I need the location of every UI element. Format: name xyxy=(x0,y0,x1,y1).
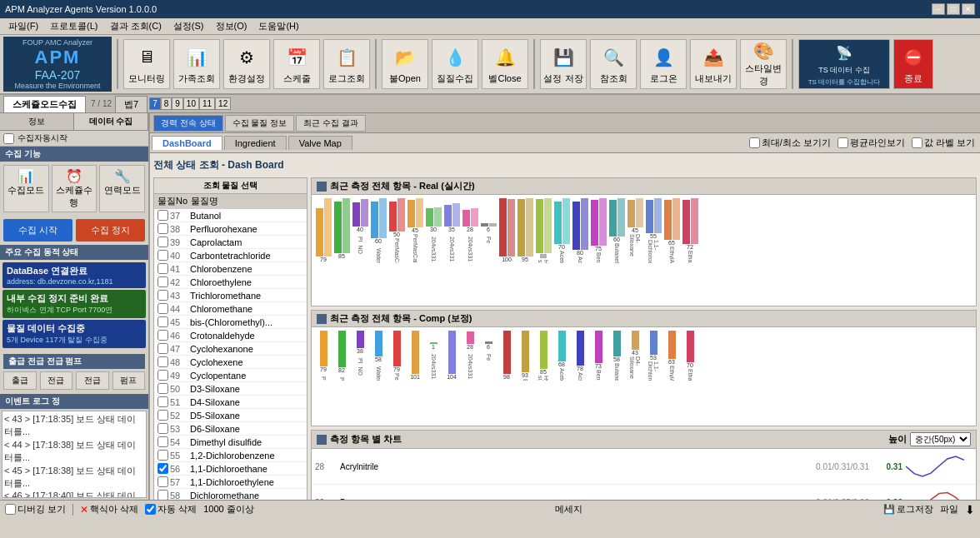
pump-btn-3[interactable]: 전급 xyxy=(76,371,109,390)
substance-checkbox-16[interactable] xyxy=(158,423,168,434)
toolbar-btn-open[interactable]: 📂 불Open xyxy=(382,39,428,89)
tab-num-11[interactable]: 11 xyxy=(199,97,215,110)
toolbar-btn-close[interactable]: 🔔 벨Close xyxy=(482,39,528,89)
bar-group-15: 75Benzene xyxy=(590,198,607,263)
minimize-btn[interactable]: ─ xyxy=(932,3,945,15)
toolbar-btn-family[interactable]: 📊 가족조회 xyxy=(173,39,220,89)
pump-btn-4[interactable]: 펌프 xyxy=(112,371,146,390)
bar-fill-10 xyxy=(499,198,507,257)
title-text: APM Analyzer Agents Version 1.0.0.0 xyxy=(5,4,157,14)
tab-num-7[interactable]: 7 xyxy=(149,97,161,110)
left-tab-collect[interactable]: 데이터 수집 xyxy=(74,113,148,130)
substance-checkbox-18[interactable] xyxy=(158,450,168,461)
toolbar-btn-end[interactable]: ⛔ 종료 xyxy=(893,39,933,89)
substance-checkbox-14[interactable] xyxy=(158,396,168,407)
toolbar-btn-logview[interactable]: 📋 로그조회 xyxy=(323,39,370,89)
stop-btn[interactable]: 수집 정지 xyxy=(76,219,145,242)
bar-group-13: 68Acetone xyxy=(553,331,570,381)
substance-checkbox-9[interactable] xyxy=(158,330,168,341)
opt-avgline[interactable]: 평균라인보기 xyxy=(838,137,905,149)
dash-tab-ingredient[interactable]: Ingredient xyxy=(224,136,287,150)
substance-checkbox-15[interactable] xyxy=(158,410,168,421)
dash-tab-valvemap[interactable]: Valve Map xyxy=(288,136,352,150)
menu-info[interactable]: 정보(O) xyxy=(211,18,252,34)
dash-tab-dashboard[interactable]: DashBoard xyxy=(152,136,222,150)
substance-row-5: 42Chloroethylene xyxy=(154,276,307,289)
close-btn[interactable]: ✕ xyxy=(962,3,975,15)
bar-fill-13 xyxy=(558,331,566,361)
log-save-btn[interactable]: 💾 로그저장 xyxy=(883,503,933,516)
substance-list[interactable]: 37Butanol38Perfluorohexane39Caprolactam4… xyxy=(154,209,307,500)
func-btn-schedule-run[interactable]: ⏰ 스케쥴수행 xyxy=(52,165,98,212)
toolbar-btn-logon[interactable]: 👤 로그온 xyxy=(640,39,687,89)
toolbar-btn-collect[interactable]: 💧 질질수집 xyxy=(432,39,478,89)
debug-check[interactable]: 디버깅 보기 xyxy=(5,503,66,516)
toolbar-btn-style[interactable]: 🎨 스타일변경 xyxy=(740,39,787,89)
substance-checkbox-21[interactable] xyxy=(158,490,168,500)
menu-help[interactable]: 도움말(H) xyxy=(253,18,303,34)
pump-btn-2[interactable]: 전급 xyxy=(40,371,73,390)
log-content[interactable]: < 43 > [17:18:35] 보드 상태 데이터를... < 44 > [… xyxy=(2,411,147,498)
toolbar-btn-export[interactable]: 📤 내보내기 xyxy=(690,39,737,89)
meas-content: 28Acrylnitrile0.01/0.31/0.310.31 32Benze… xyxy=(312,449,976,500)
menu-protocol[interactable]: 프로토콜(L) xyxy=(45,18,102,34)
menu-file[interactable]: 파일(F) xyxy=(3,18,43,34)
sub-btn-recent[interactable]: 최근 수집 결과 xyxy=(296,115,366,132)
substance-checkbox-8[interactable] xyxy=(158,316,168,327)
toolbar-btn-schedule[interactable]: 📅 스케줄 xyxy=(273,39,320,89)
menu-results[interactable]: 결과 조회(C) xyxy=(105,18,167,34)
substance-checkbox-13[interactable] xyxy=(158,383,168,394)
substance-checkbox-2[interactable] xyxy=(158,237,168,247)
substance-checkbox-6[interactable] xyxy=(158,290,168,301)
toolbar-btn-ref[interactable]: 🔍 참조회 xyxy=(590,39,637,89)
bar-group-3: 60_Water_Clu_204 xyxy=(370,198,387,263)
bar-fill-20 xyxy=(687,331,694,362)
toolbar-btn-save[interactable]: 💾 설정 저장 xyxy=(540,39,587,89)
substance-checkbox-3[interactable] xyxy=(158,250,168,261)
substance-checkbox-11[interactable] xyxy=(158,356,168,367)
tab-num-10[interactable]: 10 xyxy=(183,97,199,110)
left-tab-info[interactable]: 정보 xyxy=(0,113,74,130)
substance-checkbox-10[interactable] xyxy=(158,343,168,354)
substance-num-20: 57 xyxy=(170,477,190,487)
tab-num-9[interactable]: 9 xyxy=(172,97,183,110)
auto-delete-check[interactable]: 자동 삭제 xyxy=(145,503,197,516)
bar-group-14: 78Acrylnitrile xyxy=(572,331,588,381)
pump-btn-1[interactable]: 출급 xyxy=(3,371,37,390)
maximize-btn[interactable]: □ xyxy=(947,3,960,15)
opt-minmax[interactable]: 최대/최소 보기기 xyxy=(749,137,831,149)
substance-row-9: 46Crotonaldehyde xyxy=(154,329,307,342)
toolbar-btn-envconfig[interactable]: ⚙ 환경설정 xyxy=(223,39,270,89)
substance-checkbox-17[interactable] xyxy=(158,436,168,447)
collect-btns: 수집 시작 수집 정지 xyxy=(0,216,148,245)
substance-checkbox-12[interactable] xyxy=(158,370,168,381)
tab-num-12[interactable]: 12 xyxy=(215,97,231,110)
substance-checkbox-4[interactable] xyxy=(158,263,168,274)
substance-checkbox-0[interactable] xyxy=(158,210,168,221)
envconfig-icon: ⚙ xyxy=(233,44,260,71)
ref-icon: 🔍 xyxy=(600,44,627,71)
tab-bap7[interactable]: 벱7 xyxy=(115,96,148,112)
start-btn[interactable]: 수집 시작 xyxy=(3,219,72,242)
substance-checkbox-7[interactable] xyxy=(158,303,168,314)
tab-num-8[interactable]: 8 xyxy=(161,97,172,110)
height-select[interactable]: 중간(50px) xyxy=(910,432,971,446)
sub-btn-info[interactable]: 수집 물질 정보 xyxy=(225,115,295,132)
func-btn-force-mode[interactable]: 🔧 연력모드 xyxy=(99,165,145,212)
bar-label-12: Hydrogen sulfide xyxy=(538,260,549,263)
func-btn-collect-mode[interactable]: 📊 수집모드 xyxy=(3,165,49,212)
substance-row-7: 44Chloromethane xyxy=(154,302,307,316)
sub-btn-status[interactable]: 경력 전속 상태 xyxy=(153,115,223,132)
substance-checkbox-5[interactable] xyxy=(158,276,168,287)
substance-checkbox-1[interactable] xyxy=(158,223,168,234)
tab-schedule[interactable]: 스케쥴오드수집 xyxy=(3,96,86,112)
chart-comp: 최근 측정 전체 항목 - Comp (보정) 79_PI_H3O82_PI_O… xyxy=(311,310,977,426)
toolbar-btn-ts[interactable]: 📡 TS 데이터 수집 TS 데이터를 수집합니다 xyxy=(798,39,890,89)
substance-checkbox-20[interactable] xyxy=(158,476,168,487)
menu-settings[interactable]: 설정(S) xyxy=(168,18,209,34)
delete-red-check[interactable]: ✕ 핵식아 삭제 xyxy=(80,503,138,516)
auto-collect-checkbox[interactable] xyxy=(3,133,14,144)
opt-label[interactable]: 값 라벨 보기 xyxy=(912,137,975,149)
toolbar-btn-monitor[interactable]: 🖥 모니터링 xyxy=(123,39,170,89)
substance-checkbox-19[interactable] xyxy=(158,463,168,474)
